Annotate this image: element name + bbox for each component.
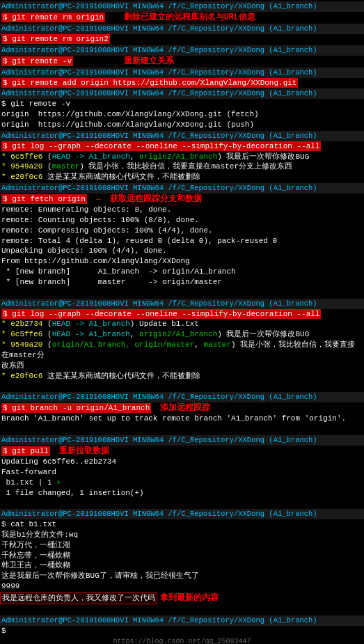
log2-line-5: * e20f0c6 这是某某东商城的核心代码文件，不能被删除 (0, 371, 364, 382)
log2-text-6: 这是某某东商城的核心代码文件，不能被删除 (42, 372, 200, 380)
cmd-text-3: $ git remote -v (1, 56, 73, 66)
log-line-3: * e20f0c6 这是某某东商城的核心代码文件，不能被删除 (0, 172, 364, 182)
final-prompt-dollar: $ (0, 626, 364, 636)
prompt-header-3: Administrator@PC-20191008HOVI MINGW64 /f… (1, 46, 317, 54)
log-star-2: * (1, 162, 10, 171)
prompt-header-11: Administrator@PC-20191008HOVI MINGW64 /f… (1, 510, 317, 518)
cmd-log-2: $ git log --graph --decorate --oneline -… (0, 309, 364, 320)
cmd-fetch: $ git fetch origin → 获取远程跟踪分支和数据 (0, 194, 364, 205)
cmd-log-1: $ git log --graph --decorate --oneline -… (0, 141, 364, 152)
prompt-header-2: Administrator@PC-20191008HOVI MINGW64 /f… (1, 24, 317, 33)
fetch-output-3: remote: Compressing objects: 100% (4/4),… (0, 226, 364, 236)
section-remote-add: Administrator@PC-20191008HOVI MINGW64 /f… (0, 68, 364, 88)
log2-text-1: ( (42, 320, 52, 328)
section-pull: Administrator@PC-20191008HOVI MINGW64 /f… (0, 435, 364, 498)
log-text-5: 这是某某东商城的核心代码文件，不能被删除 (42, 173, 200, 181)
cmd-text-5: $ git log --graph --decorate --oneline -… (1, 141, 321, 151)
section-remote-v-output: Administrator@PC-20191008HOVI MINGW64 /f… (0, 88, 364, 129)
log-hash-1: 6c5ffe6 (10, 152, 42, 161)
log2-line-4: 改东西 (0, 361, 364, 371)
pull-output-2: Fast-forward (0, 467, 364, 478)
log2-hash-1: e2b2734 (10, 320, 42, 328)
cat-line-7: 我是远程仓库的负责人，我又修改了一次代码 (2, 594, 155, 602)
blank-1 (0, 288, 364, 299)
fetch-output-6: From https://github.com/XlangVlang/XXDon… (0, 256, 364, 267)
log2-hash-3: 9549a20 (10, 340, 42, 349)
pull-output-4: 1 file changed, 1 insertion(+) (0, 488, 364, 498)
fetch-output-1: remote: Enumerating objects: 8, done. (0, 205, 364, 215)
section-branch-u: Administrator@PC-20191008HOVI MINGW64 /f… (0, 392, 364, 424)
prompt-6: Administrator@PC-20191008HOVI MINGW64 /f… (0, 131, 364, 141)
branch-u-output: Branch 'A1_branch' set up to track remot… (0, 414, 364, 424)
log-hash-3: e20f0c6 (10, 173, 42, 181)
output-remote-v-cmd: $ git remote -v (0, 99, 364, 109)
prompt-header-8: Administrator@PC-20191008HOVI MINGW64 /f… (1, 299, 317, 308)
cmd-text-4: $ git remote add origin https://github.c… (1, 78, 298, 88)
pull-plus: + (56, 478, 61, 487)
output-remote-fetch: origin https://github.com/XlangVlang/XXD… (0, 109, 364, 120)
log2-sep-1: ) Update b1.txt (130, 320, 199, 328)
cmd-text-8: $ git branch -u origin/A1_branch (1, 403, 151, 413)
log-origin2: origin2/A1_branch (139, 152, 217, 161)
annotation-2: 重新建立关系 (124, 56, 174, 66)
section-remote-rm: Administrator@PC-20191008HOVI MINGW64 /f… (0, 1, 364, 23)
section-remote-rm2: Administrator@PC-20191008HOVI MINGW64 /f… (0, 24, 364, 45)
watermark: https://blog.csdn.net/qq_25083447 (0, 636, 364, 644)
prompt-8: Administrator@PC-20191008HOVI MINGW64 /f… (0, 299, 364, 309)
section-remote-v1: Administrator@PC-20191008HOVI MINGW64 /f… (0, 45, 364, 67)
log2-text-4: ( (42, 340, 52, 349)
log2-origin-a1: origin2/A1_branch (139, 330, 217, 338)
section-final: Administrator@PC-20191008HOVI MINGW64 /f… (0, 615, 364, 636)
arrow-1: → (96, 195, 101, 203)
section-cat: Administrator@PC-20191008HOVI MINGW64 /f… (0, 509, 364, 604)
prompt-header-1: Administrator@PC-20191008HOVI MINGW64 /f… (1, 2, 317, 10)
log-text-1: ( (42, 152, 52, 161)
log-hash-2: 9549a20 (10, 162, 42, 171)
cat-line-4: 韩卫王吉，一桶炊糊 (0, 560, 364, 571)
cat-line-1: 我是b1分支的文件:wq (0, 530, 364, 540)
cmd-text-9: $ git pull (1, 446, 50, 456)
log-line-1: * 6c5ffe6 (HEAD -> A1_branch, origin2/A1… (0, 152, 364, 162)
output-remote-push: origin https://github.com/XlangVlang/XXD… (0, 120, 364, 130)
prompt-header-9: Administrator@PC-20191008HOVI MINGW64 /f… (1, 393, 317, 401)
prompt-3: Administrator@PC-20191008HOVI MINGW64 /f… (0, 45, 364, 56)
log2-star-3: * (1, 340, 10, 349)
cmd-remote-v1: $ git remote -v 重新建立关系 (0, 56, 364, 67)
pull-output-3: b1.txt | 1 + (0, 478, 364, 488)
log2-text-3: ) 我是后一次帮你修改BUG (217, 330, 309, 338)
log2-head-2: HEAD -> A1_branch (52, 330, 130, 338)
fetch-output-5: Unpacking objects: 100% (4/4), done. (0, 246, 364, 256)
cat-line-3: 千秋忘带，一桶炊糊 (0, 551, 364, 561)
cmd-text-7: $ git log --graph --decorate --oneline -… (1, 309, 321, 319)
annotation-5: 重新拉取数据 (59, 446, 109, 456)
log2-star-2: * (1, 330, 10, 338)
prompt-7: Administrator@PC-20191008HOVI MINGW64 /f… (0, 183, 364, 194)
pull-output-1: Updating 6c5ffe6..e2b2734 (0, 457, 364, 467)
annotation-1: 删除已建立的远程库别名与URL信息 (124, 13, 256, 22)
annotation-3: 获取远程跟踪分支和数据 (110, 194, 202, 204)
prompt-header-6: Administrator@PC-20191008HOVI MINGW64 /f… (1, 132, 317, 140)
annotation-6: 拿到最新的内容 (160, 593, 219, 603)
log2-sep-2: , (130, 330, 139, 338)
prompt-5: Administrator@PC-20191008HOVI MINGW64 /f… (0, 88, 364, 99)
section-log-2: Administrator@PC-20191008HOVI MINGW64 /f… (0, 299, 364, 382)
cmd-remote-rm: $ git remote rm origin 删除已建立的远程库别名与URL信息 (0, 12, 364, 23)
prompt-header-5: Administrator@PC-20191008HOVI MINGW64 /f… (1, 89, 317, 97)
log2-master: master (203, 340, 231, 349)
log2-head-1: HEAD -> A1_branch (52, 320, 130, 328)
log-head-1: HEAD -> A1_branch (52, 152, 130, 161)
terminal-window: Administrator@PC-20191008HOVI MINGW64 /f… (0, 0, 364, 644)
prompt-11: Administrator@PC-20191008HOVI MINGW64 /f… (0, 509, 364, 519)
blank-4 (0, 498, 364, 509)
log2-line-3: * 9549a20 (origin/A1_branch, origin/mast… (0, 340, 364, 361)
cmd-remote-rm2: $ git remote rm origin2 (0, 34, 364, 45)
blank-3 (0, 425, 364, 435)
cmd-pull: $ git pull 重新拉取数据 (0, 446, 364, 457)
log2-line-1: * e2b2734 (HEAD -> A1_branch) Update b1.… (0, 319, 364, 329)
log-text-3: ( (42, 162, 52, 171)
cmd-text-6: $ git fetch origin (1, 194, 87, 204)
log2-text-2: ( (42, 330, 52, 338)
log2-star-4: * (1, 372, 10, 380)
fetch-output-8: * [new branch] master -> origin/master (0, 277, 364, 288)
section-log-1: Administrator@PC-20191008HOVI MINGW64 /f… (0, 131, 364, 182)
